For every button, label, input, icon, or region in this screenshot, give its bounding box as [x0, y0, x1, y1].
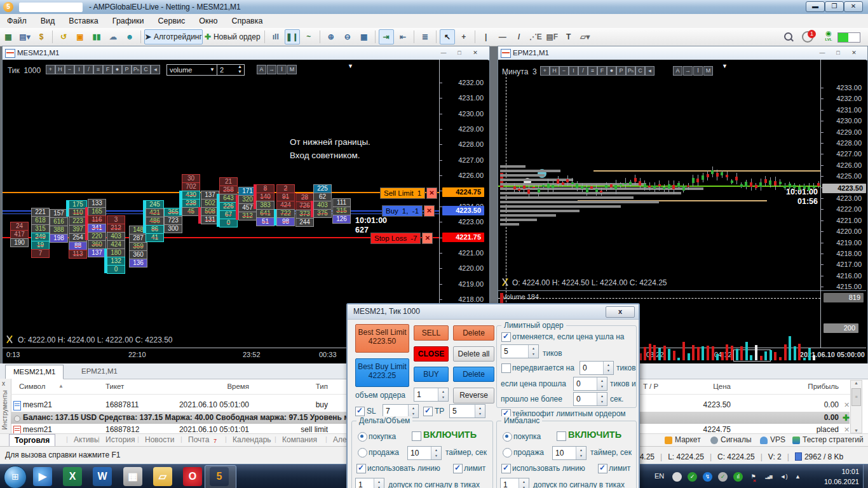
history-icon[interactable]: ↺	[56, 29, 71, 44]
delete-sell-button[interactable]: Delete	[453, 325, 494, 341]
delta-timer-stepper-arrows[interactable]: ▲▼	[431, 447, 441, 459]
tab-epm21[interactable]: EPM21,M1	[74, 365, 125, 378]
panel-button-P[interactable]: P	[616, 66, 626, 76]
imbalance-tolerance-stepper[interactable]: 1▲▼	[500, 478, 529, 488]
panel-button-Pₕ[interactable]: Pₕ	[132, 65, 141, 74]
col-symbol[interactable]: Символ	[19, 379, 45, 394]
chart-close-button[interactable]: ✕	[848, 49, 860, 58]
trendline-icon[interactable]: /	[512, 29, 527, 44]
buy-position-tag-close-icon[interactable]: ✕	[424, 205, 435, 217]
scroll-up-icon[interactable]: ▲	[851, 381, 862, 385]
cancel-if-checkbox[interactable]	[501, 332, 511, 342]
col-type[interactable]: Тип	[267, 379, 328, 394]
spinner-up-icon[interactable]: ▲	[597, 378, 607, 384]
spinner-down-icon[interactable]: ▼	[529, 351, 538, 357]
fibonacci-icon[interactable]: ⋰E	[528, 29, 543, 44]
text-tool-icon[interactable]: T	[561, 29, 576, 44]
speaker-icon[interactable]: ◄)	[779, 472, 789, 482]
service-3[interactable]: Тестер стратегий	[803, 434, 864, 446]
spinner-up-icon[interactable]: ▲	[438, 389, 448, 395]
panel-button-≡[interactable]: ≡	[93, 65, 103, 74]
search-icon[interactable]	[784, 32, 792, 41]
media-player-icon[interactable]: ▶	[33, 467, 52, 486]
shield-icon[interactable]: ✓	[688, 472, 697, 482]
indicator-separator[interactable]	[498, 290, 866, 291]
zoom-out-icon[interactable]: ⊖	[340, 29, 355, 44]
row-close-icon[interactable]: ✕	[844, 401, 850, 409]
sell-button[interactable]: SELL	[414, 325, 449, 341]
opera-icon[interactable]: O	[183, 467, 202, 486]
shapes-icon[interactable]: ▱▾	[578, 29, 593, 44]
menu-item-4[interactable]: Сервис	[151, 14, 193, 28]
spinner-down-icon[interactable]: ▼	[597, 399, 607, 405]
spinner-down-icon[interactable]: ▼	[475, 411, 485, 417]
mode-button-M[interactable]: M	[703, 66, 713, 76]
close-button[interactable]: ✕	[844, 1, 863, 12]
mode-button-→[interactable]: →	[267, 65, 276, 74]
panel-button-●[interactable]: ●	[112, 65, 122, 74]
panel-button-I[interactable]: I	[74, 65, 84, 74]
network-status-icon[interactable]: ıl	[733, 472, 743, 482]
lightning-icon[interactable]: ↯	[703, 472, 712, 482]
horizontal-line-icon[interactable]: —	[495, 29, 510, 44]
mode-button-→[interactable]: →	[683, 66, 693, 76]
tab-5[interactable]: Календарь	[233, 434, 271, 446]
line-chart-icon[interactable]: ~	[301, 29, 316, 44]
col-time[interactable]: Время	[166, 379, 249, 394]
bars-chart-icon[interactable]: ıll	[268, 29, 283, 44]
crosshair-icon[interactable]: +	[456, 29, 471, 44]
imbalance-enable-checkbox[interactable]	[557, 431, 566, 441]
panel-button-H[interactable]: H	[55, 65, 65, 74]
menu-item-0[interactable]: Файл	[0, 14, 34, 28]
panel-button-−[interactable]: −	[65, 65, 74, 74]
col-tp[interactable]: T / P	[643, 379, 658, 394]
show-desktop-button[interactable]	[863, 464, 868, 488]
sync-flag-icon[interactable]: ⚑×	[749, 472, 758, 482]
rail-close-icon[interactable]: x	[2, 380, 5, 387]
buy-position-tag-label[interactable]: Buy1, -1	[382, 205, 423, 217]
tile-windows-icon[interactable]: ▦	[356, 29, 372, 44]
table-scrollbar[interactable]: ▲ ≡ ▼	[850, 380, 862, 433]
menu-item-2[interactable]: Вставка	[62, 14, 105, 28]
delta-useline-checkbox[interactable]	[356, 464, 366, 473]
col-profit[interactable]: Прибыль	[775, 379, 839, 394]
panel-button-C[interactable]: C	[141, 65, 151, 74]
spinner-down-icon[interactable]: ▼	[374, 485, 384, 488]
elapsed-stepper-arrows[interactable]: ▲▼	[597, 393, 607, 405]
move-ticks-stepper[interactable]: 0▲▼	[580, 361, 614, 375]
panel-button-●[interactable]: ●	[607, 66, 616, 76]
delete-all-button[interactable]: Delete all	[453, 346, 494, 362]
cancel-ticks-stepper[interactable]: 5▲▼	[501, 344, 539, 358]
auto-scroll-icon[interactable]: ⇥	[379, 29, 394, 44]
chart-minimize-button[interactable]: —	[437, 49, 450, 58]
add-order-icon[interactable]: ✚	[843, 413, 850, 423]
chart-window-titlebar[interactable]: EPM21,M1 — □ ✕	[498, 46, 867, 60]
signals-person-icon[interactable]: ☻	[122, 29, 137, 44]
signal-bars-icon[interactable]: ▂▄▆	[764, 472, 773, 482]
spinner-down-icon[interactable]: ▼	[604, 368, 613, 374]
cursor-icon[interactable]: ↖	[440, 29, 455, 44]
delta-sell-radio[interactable]	[358, 448, 367, 458]
panel-button-≡[interactable]: ≡	[588, 66, 597, 76]
panel-button-/[interactable]: /	[578, 66, 588, 76]
col-ticket[interactable]: Тикет	[105, 379, 124, 394]
sell-limit-tag-close-icon[interactable]: ✕	[426, 187, 437, 199]
notifications-icon[interactable]: 1	[802, 31, 813, 43]
indicators-icon[interactable]: ▮▮	[89, 29, 104, 44]
mode-button-Ⅰ[interactable]: Ⅰ	[693, 66, 703, 76]
spinner-up-icon[interactable]: ▲	[529, 346, 538, 351]
restore-button[interactable]: ❐	[825, 1, 844, 12]
mode-button-M[interactable]: M	[287, 65, 297, 74]
tab-2[interactable]: История	[105, 434, 135, 446]
chart-minimize-button[interactable]: —	[816, 49, 829, 58]
col-price[interactable]: Цена	[667, 379, 731, 394]
chart-collapse-arrow[interactable]: ▼	[348, 63, 353, 69]
menu-item-3[interactable]: Графики	[105, 14, 151, 28]
candles-chart-icon[interactable]: ❚❙	[285, 29, 300, 44]
imbalance-buy-radio[interactable]	[503, 432, 512, 442]
word-icon[interactable]: W	[93, 467, 112, 486]
imbalance-tolerance-stepper-arrows[interactable]: ▲▼	[519, 478, 529, 488]
spinner-up-icon[interactable]: ▲	[576, 447, 586, 453]
tab-6[interactable]: Компания	[282, 434, 317, 446]
sell-limit-tag-label[interactable]: Sell Limit1	[380, 187, 425, 199]
